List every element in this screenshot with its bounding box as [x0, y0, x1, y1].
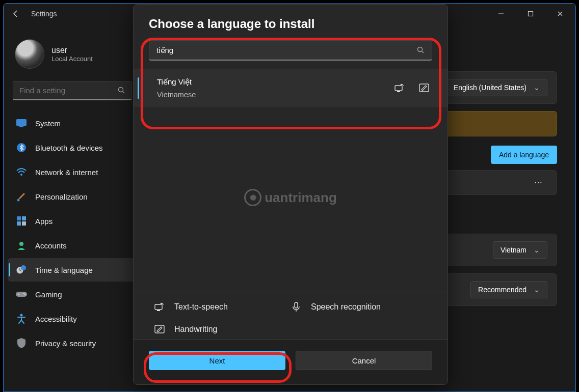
wifi-icon	[16, 166, 27, 178]
sidebar-item-accounts[interactable]: Accounts	[8, 234, 137, 257]
language-english-name: Vietnamese	[157, 91, 196, 99]
window-title: Settings	[31, 10, 57, 18]
close-button[interactable]	[551, 7, 569, 21]
chevron-down-icon: ⌄	[534, 83, 540, 92]
sidebar-item-gaming[interactable]: Gaming	[8, 283, 137, 306]
svg-rect-12	[22, 221, 26, 226]
svg-line-22	[422, 51, 424, 53]
feature-handwriting: Handwriting	[154, 324, 291, 335]
svg-rect-10	[22, 216, 26, 220]
svg-point-15	[21, 265, 26, 270]
svg-point-25	[401, 84, 402, 86]
sidebar-item-time-language[interactable]: Time & language	[8, 258, 137, 282]
sidebar-item-label: Apps	[35, 217, 52, 226]
sidebar-item-label: Privacy & security	[35, 339, 96, 348]
svg-rect-32	[155, 325, 164, 333]
more-options-button[interactable]: ⋯	[530, 178, 547, 187]
sidebar-item-label: Personalization	[35, 192, 88, 201]
svg-rect-27	[155, 304, 162, 310]
svg-point-7	[20, 174, 22, 176]
sidebar-item-label: Bluetooth & devices	[35, 144, 103, 152]
regional-format-value: Recommended	[478, 286, 527, 294]
search-icon	[118, 87, 125, 94]
search-input[interactable]	[19, 86, 118, 95]
chevron-down-icon: ⌄	[534, 246, 540, 254]
handwriting-icon	[419, 83, 429, 93]
maximize-button[interactable]	[521, 7, 540, 21]
svg-rect-4	[16, 119, 27, 126]
accessibility-icon	[16, 313, 27, 324]
feature-label: Speech recognition	[311, 302, 381, 312]
region-select[interactable]: Vietnam ⌄	[493, 241, 547, 259]
svg-point-18	[23, 293, 24, 294]
svg-rect-5	[19, 126, 23, 127]
sidebar-item-label: Accessibility	[35, 315, 77, 323]
monitor-icon	[16, 118, 27, 129]
apps-icon	[16, 215, 27, 227]
clock-globe-icon	[16, 264, 27, 275]
sidebar-item-system[interactable]: System	[8, 111, 137, 135]
sidebar-item-accessibility[interactable]: Accessibility	[8, 307, 137, 330]
svg-point-29	[161, 303, 162, 304]
avatar[interactable]	[15, 39, 44, 69]
region-value: Vietnam	[501, 246, 527, 254]
svg-point-21	[418, 47, 423, 52]
shield-icon	[16, 338, 27, 349]
display-language-select[interactable]: English (United States) ⌄	[446, 79, 547, 96]
brush-icon	[16, 191, 27, 202]
svg-rect-28	[157, 310, 160, 311]
sidebar-item-label: Accounts	[35, 241, 67, 250]
svg-line-3	[123, 92, 125, 94]
gamepad-icon	[16, 289, 27, 300]
next-button[interactable]: Next	[149, 351, 285, 370]
dialog-title: Choose a language to install	[134, 5, 448, 40]
language-result-item[interactable]: Tiếng Việt Vietnamese	[134, 69, 448, 107]
language-native-name: Tiếng Việt	[157, 77, 196, 87]
language-search[interactable]	[149, 40, 432, 61]
svg-rect-26	[419, 84, 429, 92]
back-button[interactable]	[10, 8, 22, 20]
text-to-speech-icon	[154, 301, 165, 313]
handwriting-icon	[154, 324, 165, 335]
sidebar-item-personalization[interactable]: Personalization	[8, 185, 137, 208]
microphone-icon	[291, 301, 302, 313]
person-icon	[16, 240, 27, 251]
sidebar-search[interactable]	[13, 81, 132, 100]
feature-label: Text-to-speech	[174, 302, 228, 312]
chevron-down-icon: ⌄	[534, 286, 540, 294]
sidebar-item-privacy[interactable]: Privacy & security	[8, 331, 137, 355]
svg-point-20	[20, 314, 23, 317]
svg-rect-23	[395, 86, 402, 91]
svg-point-8	[17, 199, 20, 202]
language-search-input[interactable]	[156, 46, 417, 54]
user-name: user	[51, 46, 93, 55]
minimize-button[interactable]	[492, 7, 510, 21]
feature-tts: Text-to-speech	[154, 301, 291, 313]
feature-speech: Speech recognition	[291, 301, 427, 313]
sidebar-item-label: Time & language	[35, 266, 93, 274]
bluetooth-icon	[16, 142, 27, 153]
sidebar-item-label: Network & internet	[35, 168, 98, 177]
sidebar-item-network[interactable]: Network & internet	[8, 160, 137, 184]
sidebar-item-label: Gaming	[35, 290, 62, 299]
cancel-button[interactable]: Cancel	[296, 351, 432, 370]
svg-rect-24	[397, 91, 400, 92]
svg-point-17	[18, 294, 20, 295]
regional-format-select[interactable]: Recommended ⌄	[470, 281, 547, 298]
svg-rect-9	[17, 216, 21, 220]
svg-rect-1	[529, 12, 533, 16]
add-language-button[interactable]: Add a language	[491, 146, 557, 164]
install-language-dialog: Choose a language to install Tiếng Việt …	[133, 4, 448, 385]
display-language-value: English (United States)	[454, 83, 527, 92]
feature-label: Handwriting	[174, 325, 217, 334]
svg-rect-11	[17, 221, 21, 226]
svg-rect-30	[295, 302, 298, 308]
svg-rect-16	[16, 292, 27, 297]
text-to-speech-icon	[394, 83, 405, 93]
sidebar-item-apps[interactable]: Apps	[8, 209, 137, 233]
sidebar-item-label: System	[35, 119, 61, 128]
sidebar-item-bluetooth[interactable]: Bluetooth & devices	[8, 136, 137, 159]
search-icon	[417, 46, 425, 54]
svg-point-13	[19, 242, 23, 246]
account-type: Local Account	[51, 55, 93, 63]
